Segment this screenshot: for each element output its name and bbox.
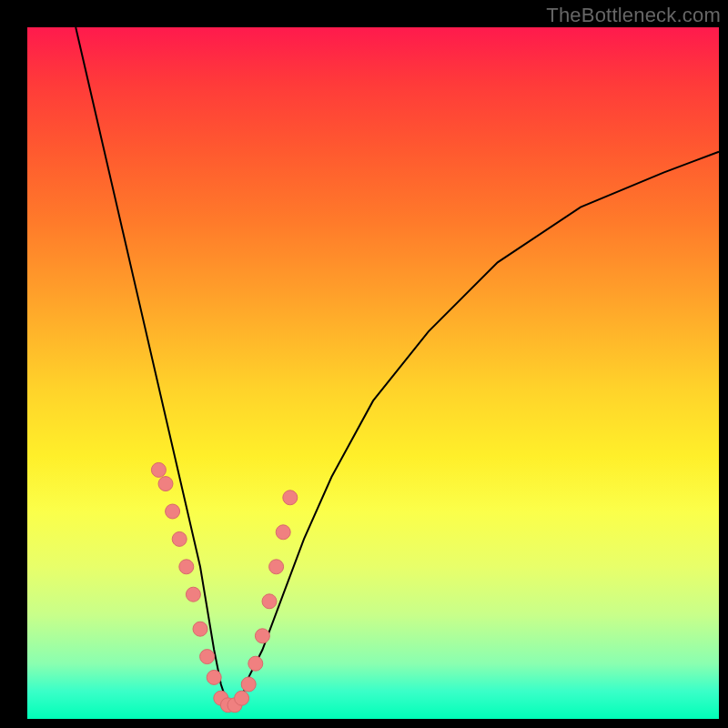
highlighted-point <box>166 504 180 519</box>
highlighted-point <box>241 677 256 692</box>
highlighted-point <box>179 560 194 574</box>
chart-frame: TheBottleneck.com <box>0 0 728 728</box>
highlighted-point <box>207 670 221 684</box>
highlighted-point <box>262 594 277 609</box>
chart-svg <box>27 27 719 719</box>
highlighted-point <box>193 622 207 636</box>
highlighted-points-group <box>151 462 297 712</box>
highlighted-point <box>172 531 187 546</box>
highlighted-point <box>235 691 249 705</box>
watermark-text: TheBottleneck.com <box>546 4 721 27</box>
highlighted-point <box>151 462 166 477</box>
highlighted-point <box>283 490 298 505</box>
profile-curve <box>76 27 719 705</box>
highlighted-point <box>276 525 290 540</box>
highlighted-point <box>248 656 263 671</box>
highlighted-point <box>158 477 173 491</box>
plot-area <box>27 27 719 719</box>
highlighted-point <box>200 650 215 664</box>
highlighted-point <box>269 560 284 574</box>
highlighted-point <box>186 587 200 602</box>
highlighted-point <box>255 629 269 643</box>
